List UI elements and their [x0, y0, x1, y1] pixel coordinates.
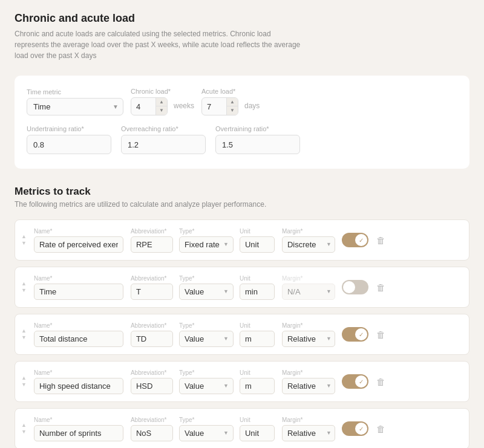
metric-type-cell: Type Fixed rate Value Max value ▼	[175, 223, 236, 258]
chronic-load-input-group: 4 ▲ ▼	[131, 97, 168, 115]
metric-margin-cell: Margin Discrete N/A Relative ▼	[278, 223, 339, 258]
metric-margin-select[interactable]: Discrete N/A Relative	[282, 236, 335, 253]
type-select-wrapper: Fixed rate Value Max value ▼	[179, 284, 232, 300]
time-metric-label: Time metric	[27, 88, 123, 96]
metric-unit-input[interactable]	[240, 236, 275, 253]
metric-unit-input[interactable]	[240, 425, 275, 441]
table-row: ▲▼ Name Abbreviation Type Fixed rate Val…	[15, 314, 469, 355]
chronic-load-spinner: ▲ ▼	[155, 98, 167, 115]
acute-load-down-button[interactable]: ▼	[227, 106, 238, 115]
name-label: Name	[34, 369, 123, 376]
reorder-handle[interactable]: ▲▼	[18, 279, 30, 296]
metric-margin-cell: Margin Discrete N/A Relative ▼	[278, 365, 339, 399]
metric-type-select[interactable]: Fixed rate Value Max value	[179, 284, 234, 300]
overreaching-input[interactable]: 1.2	[122, 136, 206, 154]
table-row: ▲▼ Name Abbreviation Type Fixed rate Val…	[15, 267, 469, 308]
metric-abbr-input[interactable]	[131, 236, 173, 253]
metric-delete-cell: 🗑	[371, 327, 391, 342]
metric-toggle[interactable]: ✓	[342, 327, 368, 342]
toggle-thumb: ✓	[355, 423, 367, 435]
chronic-load-field: Chronic load* 4 ▲ ▼ weeks	[131, 88, 194, 115]
metric-type-cell: Type Fixed rate Value Max value ▼	[175, 365, 236, 399]
acute-load-up-button[interactable]: ▲	[227, 98, 238, 106]
abbr-label: Abbreviation	[131, 369, 172, 376]
delete-metric-button[interactable]: 🗑	[374, 233, 388, 248]
metric-type-select[interactable]: Fixed rate Value Max value	[179, 331, 234, 347]
metric-type-cell: Type Fixed rate Value Max value ▼	[175, 412, 236, 446]
delete-metric-button[interactable]: 🗑	[374, 280, 388, 295]
metric-unit-input[interactable]	[240, 378, 275, 394]
metric-margin-select[interactable]: Discrete N/A Relative	[282, 284, 335, 300]
time-metric-field: Time metric Time ▼	[27, 88, 123, 115]
chronic-load-input[interactable]: 4	[131, 99, 155, 115]
metric-toggle-cell[interactable]: ✓	[339, 233, 371, 247]
metric-toggle-cell[interactable]: ✓	[339, 327, 371, 342]
metric-name-input[interactable]	[34, 425, 123, 441]
reorder-handle[interactable]: ▲▼	[18, 420, 30, 437]
metric-abbr-input[interactable]	[131, 425, 173, 441]
metric-name-input[interactable]	[34, 331, 123, 347]
page-title: Chronic and acute load	[15, 12, 469, 25]
metric-margin-select[interactable]: Discrete N/A Relative	[282, 378, 335, 394]
metric-toggle-cell[interactable]: ✓	[339, 374, 371, 389]
metric-toggle[interactable]: ✓	[342, 421, 368, 436]
overtraining-field: Overtraining ratio* 1.5 ▲ ▼	[215, 125, 300, 154]
chronic-load-up-button[interactable]: ▲	[156, 98, 167, 106]
type-label: Type	[179, 322, 232, 329]
metric-toggle[interactable]	[342, 280, 368, 294]
name-label: Name	[34, 417, 123, 423]
metric-delete-cell: 🗑	[371, 374, 391, 389]
time-metric-select[interactable]: Time	[27, 98, 123, 115]
acute-load-input-group: 7 ▲ ▼	[201, 97, 238, 115]
overreaching-field: Overreaching ratio* 1.2 ▲ ▼	[121, 125, 206, 154]
metric-name-input[interactable]	[34, 284, 123, 300]
undertraining-input[interactable]: 0.8	[27, 136, 111, 154]
table-row: ▲▼ Name Abbreviation Type Fixed rate Val…	[15, 408, 469, 448]
metric-type-select[interactable]: Fixed rate Value Max value	[179, 378, 234, 394]
metric-toggle[interactable]: ✓	[342, 374, 368, 389]
reorder-handle[interactable]: ▲▼	[18, 326, 30, 343]
reorder-handle[interactable]: ▲▼	[18, 232, 30, 248]
metric-toggle-cell[interactable]	[339, 280, 371, 294]
margin-select-wrapper: Discrete N/A Relative ▼	[282, 284, 335, 300]
chronic-load-down-button[interactable]: ▼	[156, 106, 167, 115]
type-label: Type	[179, 417, 232, 423]
name-label: Name	[34, 228, 123, 235]
metric-abbr-input[interactable]	[131, 378, 173, 394]
toggle-thumb	[343, 281, 355, 293]
metric-margin-select[interactable]: Discrete N/A Relative	[282, 425, 335, 441]
metric-abbr-cell: Abbreviation	[127, 412, 175, 446]
acute-load-spinner: ▲ ▼	[226, 98, 238, 115]
metric-unit-input[interactable]	[240, 284, 275, 300]
delete-metric-button[interactable]: 🗑	[374, 374, 388, 389]
metric-unit-cell: Unit	[236, 270, 278, 305]
metric-unit-cell: Unit	[236, 412, 278, 446]
delete-metric-button[interactable]: 🗑	[374, 421, 388, 437]
metrics-title: Metrics to track	[15, 186, 469, 198]
metric-name-cell: Name	[30, 317, 127, 352]
metric-name-input[interactable]	[34, 236, 123, 253]
type-label: Type	[179, 228, 232, 235]
reorder-handle[interactable]: ▲▼	[18, 373, 30, 390]
metric-name-cell: Name	[30, 412, 127, 446]
metric-type-cell: Type Fixed rate Value Max value ▼	[175, 270, 236, 305]
undertraining-field: Undertraining ratio* 0.8 ▲ ▼	[27, 125, 111, 154]
metric-name-input[interactable]	[34, 378, 123, 394]
acute-load-input[interactable]: 7	[202, 99, 226, 115]
delete-metric-button[interactable]: 🗑	[374, 327, 388, 342]
overtraining-input[interactable]: 1.5	[216, 136, 300, 154]
metric-toggle-cell[interactable]: ✓	[339, 421, 371, 436]
metric-toggle[interactable]: ✓	[342, 233, 368, 247]
metric-margin-cell: Margin Discrete N/A Relative ▼	[278, 412, 339, 446]
metric-type-select[interactable]: Fixed rate Value Max value	[179, 236, 234, 253]
type-select-wrapper: Fixed rate Value Max value ▼	[179, 236, 232, 253]
time-metric-select-wrapper: Time ▼	[27, 98, 123, 115]
metric-abbr-input[interactable]	[131, 331, 173, 347]
unit-label: Unit	[240, 275, 275, 282]
metric-abbr-input[interactable]	[131, 284, 173, 300]
metric-type-select[interactable]: Fixed rate Value Max value	[179, 425, 234, 441]
metric-margin-select[interactable]: Discrete N/A Relative	[282, 331, 335, 347]
acute-load-unit: days	[244, 102, 260, 111]
metric-unit-input[interactable]	[240, 331, 275, 347]
unit-label: Unit	[240, 417, 275, 423]
